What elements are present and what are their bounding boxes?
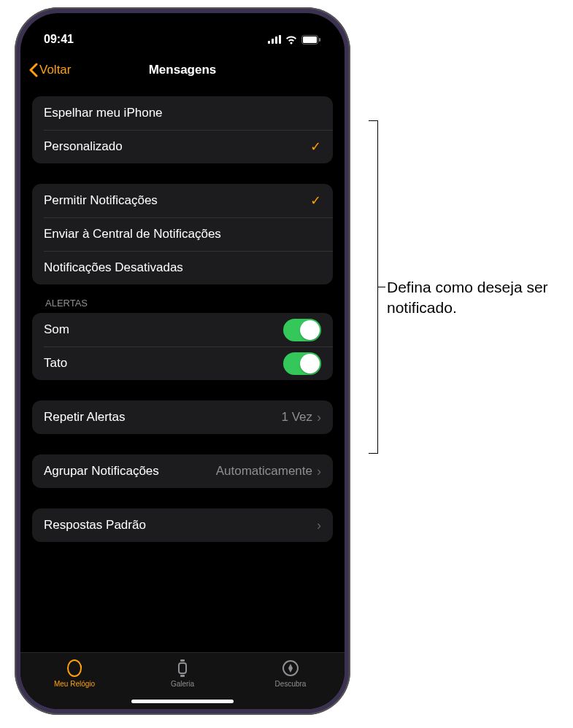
sound-label: Som — [44, 322, 69, 337]
screen: 09:41 Voltar Mensagens Espelhar meu iPho… — [20, 13, 345, 709]
send-label: Enviar à Central de Notificações — [44, 227, 221, 241]
alerts-group: Som Tato — [32, 313, 333, 380]
defaults-label: Respostas Padrão — [44, 518, 146, 533]
repeat-value: 1 Vez — [281, 410, 312, 425]
svg-rect-1 — [303, 36, 317, 43]
group-notifications-row[interactable]: Agrupar Notificações Automaticamente › — [32, 454, 333, 488]
page-title: Mensagens — [149, 63, 217, 77]
sound-row: Som — [32, 313, 333, 346]
navigation-bar: Voltar Mensagens — [20, 53, 345, 88]
callout-tick — [378, 287, 385, 287]
allow-label: Permitir Notificações — [44, 193, 158, 208]
haptic-row: Tato — [32, 346, 333, 380]
wifi-icon — [285, 35, 298, 44]
chevron-right-icon: › — [317, 518, 321, 533]
checkmark-icon: ✓ — [310, 139, 321, 155]
sound-toggle[interactable] — [283, 319, 321, 341]
compass-icon — [282, 659, 299, 678]
tab-label: Meu Relógio — [54, 680, 95, 688]
notifications-off-row[interactable]: Notificações Desativadas — [32, 251, 333, 284]
send-to-center-row[interactable]: Enviar à Central de Notificações — [32, 217, 333, 251]
mirror-iphone-row[interactable]: Espelhar meu iPhone — [32, 96, 333, 130]
haptic-toggle[interactable] — [283, 352, 321, 375]
chevron-left-icon — [29, 63, 38, 77]
svg-rect-4 — [80, 665, 82, 668]
battery-icon — [301, 35, 321, 44]
svg-rect-5 — [179, 663, 186, 673]
back-button[interactable]: Voltar — [29, 63, 71, 77]
alerts-section-header: Alertas — [32, 298, 333, 313]
grouping-value: Automaticamente — [216, 464, 312, 479]
settings-content: Espelhar meu iPhone Personalizado ✓ Perm… — [20, 88, 345, 652]
notification-mode-group: Permitir Notificações ✓ Enviar à Central… — [32, 184, 333, 284]
mode-group: Espelhar meu iPhone Personalizado ✓ — [32, 96, 333, 163]
allow-notifications-row[interactable]: Permitir Notificações ✓ — [32, 184, 333, 217]
svg-point-3 — [68, 660, 81, 676]
repeat-alerts-group: Repetir Alertas 1 Vez › — [32, 400, 333, 434]
gallery-icon — [175, 659, 190, 678]
checkmark-icon: ✓ — [310, 193, 321, 209]
default-replies-group: Respostas Padrão › — [32, 508, 333, 542]
phone-frame: 09:41 Voltar Mensagens Espelhar meu iPho… — [15, 7, 350, 715]
custom-row[interactable]: Personalizado ✓ — [32, 130, 333, 163]
svg-rect-6 — [180, 659, 185, 662]
haptic-label: Tato — [44, 356, 67, 371]
tab-label: Descubra — [275, 680, 307, 688]
svg-rect-2 — [319, 38, 320, 42]
grouping-label: Agrupar Notificações — [44, 464, 159, 479]
svg-rect-7 — [180, 675, 185, 677]
custom-label: Personalizado — [44, 139, 123, 154]
back-label: Voltar — [39, 63, 71, 77]
chevron-right-icon: › — [317, 464, 321, 479]
mirror-label: Espelhar meu iPhone — [44, 106, 163, 120]
off-label: Notificações Desativadas — [44, 260, 183, 275]
home-indicator[interactable] — [131, 700, 234, 703]
chevron-right-icon: › — [317, 410, 321, 425]
callout-bracket — [360, 120, 378, 454]
grouping-group: Agrupar Notificações Automaticamente › — [32, 454, 333, 488]
tab-my-watch[interactable]: Meu Relógio — [20, 659, 128, 688]
dynamic-island — [137, 29, 228, 55]
watch-icon — [66, 659, 83, 678]
cellular-icon — [268, 35, 281, 44]
repeat-label: Repetir Alertas — [44, 410, 126, 425]
tab-discover[interactable]: Descubra — [236, 659, 345, 688]
tab-label: Galeria — [171, 680, 194, 688]
status-time: 09:41 — [44, 33, 74, 46]
tab-gallery[interactable]: Galeria — [128, 659, 236, 688]
callout-text: Defina como deseja ser notificado. — [387, 277, 573, 319]
default-replies-row[interactable]: Respostas Padrão › — [32, 508, 333, 542]
repeat-alerts-row[interactable]: Repetir Alertas 1 Vez › — [32, 400, 333, 434]
